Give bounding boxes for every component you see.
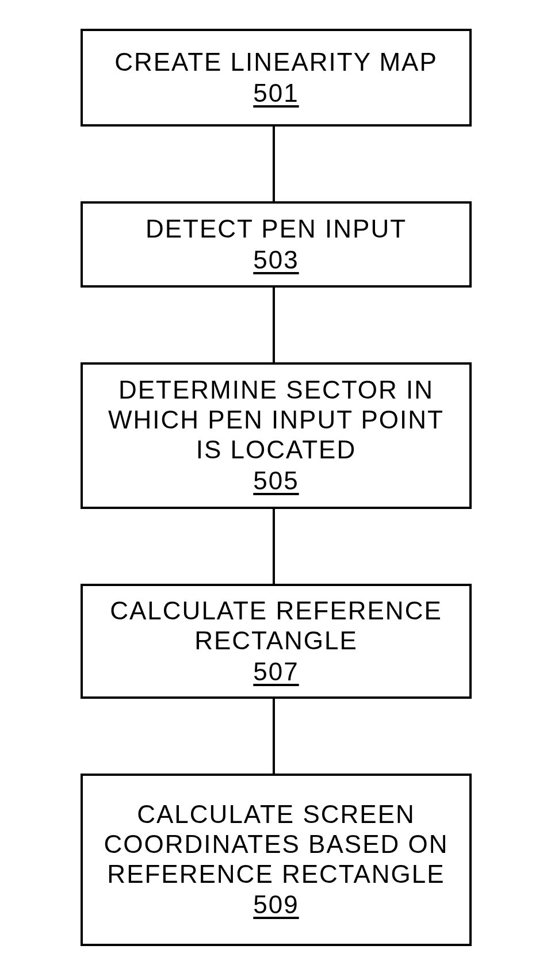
flow-step: DETECT PEN INPUT 503 bbox=[81, 201, 472, 288]
flow-step-label: CREATE LINEARITY MAP bbox=[114, 47, 438, 77]
flow-step-ref: 509 bbox=[253, 890, 299, 920]
flow-step-label: DETECT PEN INPUT bbox=[146, 214, 407, 244]
flow-step: CALCULATE SCREEN COORDINATES BASED ON RE… bbox=[81, 774, 472, 946]
flow-step-label: CALCULATE REFERENCE RECTANGLE bbox=[93, 596, 459, 656]
flow-step: DETERMINE SECTOR IN WHICH PEN INPUT POIN… bbox=[81, 362, 472, 509]
flow-step-ref: 501 bbox=[253, 78, 299, 109]
flowchart: CREATE LINEARITY MAP 501 DETECT PEN INPU… bbox=[0, 0, 547, 980]
flow-connector bbox=[273, 699, 275, 774]
flow-step-ref: 503 bbox=[253, 245, 299, 275]
flow-step-ref: 505 bbox=[253, 466, 299, 496]
flow-step: CALCULATE REFERENCE RECTANGLE 507 bbox=[81, 584, 472, 699]
flow-connector bbox=[273, 288, 275, 362]
flow-connector bbox=[273, 509, 275, 584]
flow-step-label: CALCULATE SCREEN COORDINATES BASED ON RE… bbox=[93, 799, 459, 889]
flow-step-ref: 507 bbox=[253, 657, 299, 687]
flow-step-label: DETERMINE SECTOR IN WHICH PEN INPUT POIN… bbox=[93, 375, 459, 465]
flow-connector bbox=[273, 127, 275, 201]
flow-step: CREATE LINEARITY MAP 501 bbox=[81, 29, 472, 127]
